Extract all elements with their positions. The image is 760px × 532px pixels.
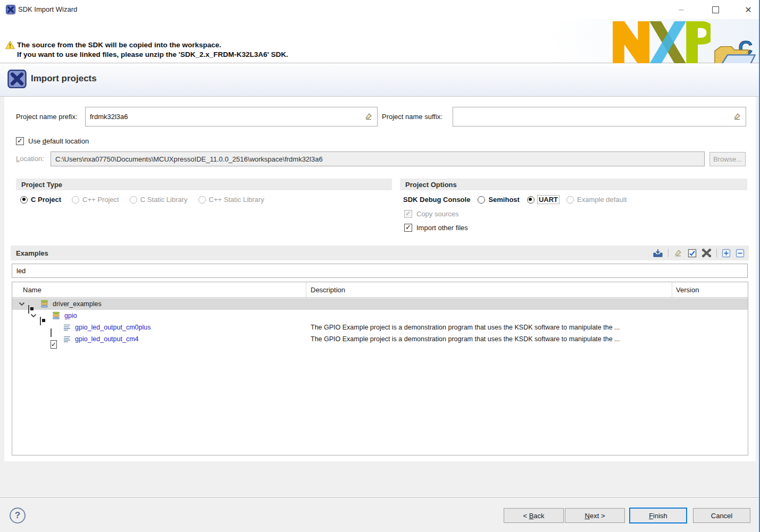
sdk-debug-console-row: SDK Debug Console Semihost UART Example … (403, 196, 627, 204)
table-row[interactable]: ✓ gpio_led_output_cm4 The GPIO Example p… (12, 333, 748, 345)
radio-example-default[interactable]: Example default (566, 196, 627, 204)
minimize-button[interactable]: – (669, 0, 694, 19)
browse-button[interactable]: Browse... (709, 152, 746, 166)
close-button[interactable]: ✕ (736, 0, 760, 19)
suffix-input[interactable] (453, 107, 746, 126)
import-projects-icon (7, 70, 27, 88)
page-header: Import projects (0, 63, 760, 97)
row-description: The GPIO Example project is a demonstrat… (311, 324, 620, 331)
close-icon: ✕ (745, 5, 751, 15)
table-row[interactable]: driver_examples (12, 298, 748, 310)
warning-message-line2: If you want to use linked files, please … (17, 50, 288, 58)
examples-table: Name Description Version driver_examples (12, 282, 748, 455)
page-title: Import projects (31, 73, 97, 84)
use-default-location-checkbox[interactable]: ✓ Use default location (16, 137, 89, 145)
examples-filter-input[interactable] (12, 264, 748, 278)
tree-checkbox-checked[interactable]: ✓ (51, 340, 57, 349)
copy-sources-checkbox: ✓ Copy sources (404, 210, 458, 218)
wizard-banner: The source from the SDK will be copied i… (0, 19, 760, 63)
column-header-version[interactable]: Version (672, 282, 748, 297)
location-input (51, 151, 705, 166)
maximize-button[interactable] (703, 0, 728, 19)
import-other-files-checkbox[interactable]: ✓ Import other files (404, 224, 468, 232)
example-icon (63, 336, 71, 343)
radio-c-static-library[interactable]: C Static Library (130, 196, 188, 204)
tree-item-label[interactable]: gpio (64, 312, 77, 319)
tree-item-label[interactable]: gpio_led_output_cm4 (75, 335, 139, 343)
radio-semihost[interactable]: Semihost (478, 196, 520, 204)
cancel-button[interactable]: Cancel (693, 508, 750, 523)
finish-button[interactable]: Finish (629, 508, 687, 523)
category-icon (41, 300, 48, 308)
row-description: The GPIO Example project is a demonstrat… (311, 335, 620, 343)
tree-item-label[interactable]: gpio_led_output_cm0plus (75, 324, 151, 331)
checkbox-check-icon: ✓ (51, 341, 56, 348)
advanced-filter-icon[interactable] (701, 248, 712, 258)
tree-item-label[interactable]: driver_examples (53, 300, 102, 308)
checkbox-check-icon: ✓ (404, 224, 412, 232)
radio-c-project[interactable]: C Project (20, 196, 61, 204)
sdk-debug-console-label: SDK Debug Console (403, 196, 470, 204)
clear-prefix-icon[interactable] (364, 112, 373, 121)
project-options-band: Project Options (400, 179, 747, 190)
toolbar-separator (668, 249, 669, 257)
category-icon (53, 312, 60, 320)
radio-cpp-static-library[interactable]: C++ Static Library (198, 196, 264, 204)
prefix-input[interactable] (85, 107, 378, 126)
example-icon (63, 324, 71, 331)
project-type-options: C Project C++ Project C Static Library C… (20, 196, 264, 204)
title-bar: SDK Import Wizard – ✕ (0, 0, 760, 19)
chevron-down-icon[interactable] (30, 314, 37, 318)
minimize-icon: – (679, 5, 684, 14)
maximize-icon (712, 6, 719, 13)
import-sdk-examples-icon[interactable] (653, 249, 663, 258)
toolbar-separator (716, 249, 717, 257)
select-all-icon[interactable] (688, 249, 697, 258)
examples-band: Examples (11, 246, 749, 260)
location-label: Location: (16, 151, 44, 166)
table-row[interactable]: gpio_led_output_cm0plus The GPIO Example… (12, 322, 748, 333)
warning-message-line1: The source from the SDK will be copied i… (17, 41, 221, 49)
project-type-band: Project Type (16, 179, 392, 190)
column-header-description[interactable]: Description (306, 282, 672, 297)
checkbox-check-icon: ✓ (404, 210, 412, 218)
nxp-logo (612, 21, 711, 64)
chevron-down-icon[interactable] (19, 302, 25, 306)
sdk-import-wizard-window: SDK Import Wizard – ✕ The source from th… (0, 0, 760, 532)
clear-filter-icon[interactable] (673, 248, 683, 258)
clear-suffix-icon[interactable] (732, 112, 742, 121)
window-title: SDK Import Wizard (18, 5, 77, 13)
radio-uart[interactable]: UART (527, 196, 559, 204)
expand-all-icon[interactable] (722, 249, 731, 258)
next-button[interactable]: Next > (565, 508, 625, 523)
table-row[interactable]: gpio (12, 310, 748, 322)
radio-cpp-project[interactable]: C++ Project (72, 196, 119, 204)
prefix-label: Project name prefix: (16, 107, 78, 126)
app-x-icon (6, 5, 15, 14)
column-header-name[interactable]: Name (12, 282, 306, 297)
collapse-all-icon[interactable] (736, 249, 745, 258)
table-header: Name Description Version (12, 282, 748, 298)
help-button[interactable]: ? (10, 508, 26, 523)
warning-icon (5, 40, 15, 49)
suffix-label: Project name suffix: (382, 107, 442, 126)
back-button[interactable]: < Back (504, 508, 564, 523)
checkbox-check-icon: ✓ (16, 137, 24, 145)
question-icon: ? (15, 510, 20, 521)
